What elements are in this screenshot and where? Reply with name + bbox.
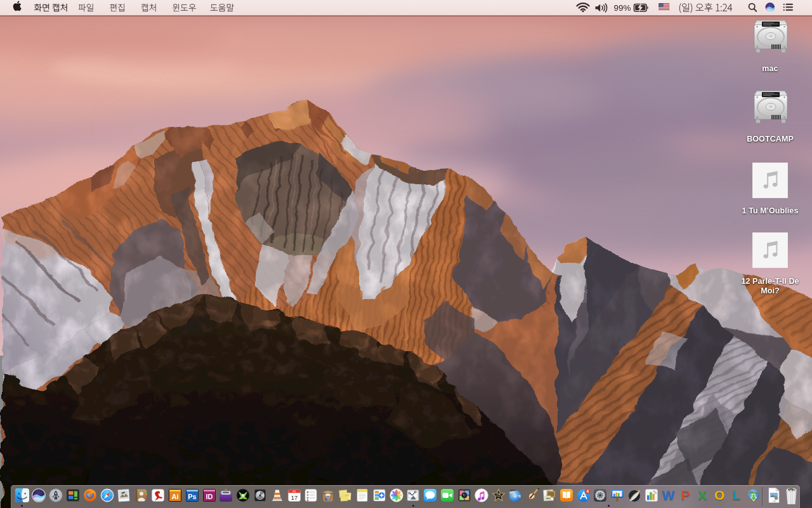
svg-text:Ai: Ai xyxy=(171,493,178,500)
svg-text:99%: 99% xyxy=(614,3,631,13)
svg-text:ID: ID xyxy=(206,493,213,500)
svg-text:.zip: .zip xyxy=(772,500,776,502)
svg-text:JUL: JUL xyxy=(292,490,296,493)
svg-text:4: 4 xyxy=(586,489,589,493)
svg-text:17: 17 xyxy=(291,494,298,501)
svg-text:Ps: Ps xyxy=(188,493,196,500)
